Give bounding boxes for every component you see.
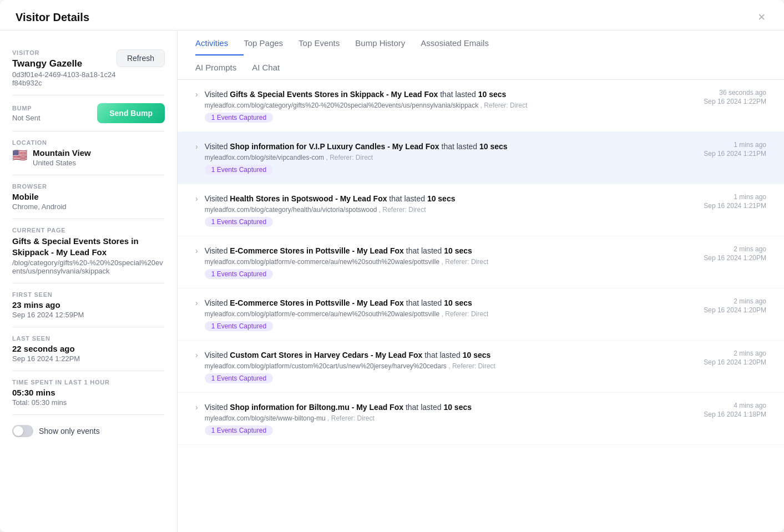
activity-title-bold: Shop information for V.I.P Luxury Candle… — [230, 142, 439, 151]
current-page-url: /blog/category/gifts%20-%20%20special%20… — [12, 259, 165, 275]
visitor-details-modal: Visitor Details × VISITOR Twangy Gazelle… — [0, 0, 784, 532]
time-ago: 2 mins ago — [689, 349, 766, 357]
activity-time: 1 mins ago Sep 16 2024 1:21PM — [689, 141, 766, 158]
activity-content: Visited E-Commerce Stores in Pottsville … — [205, 245, 673, 279]
activity-duration: 10 secs — [479, 142, 508, 151]
time-date: Sep 16 2024 1:22PM — [689, 98, 766, 105]
tab-top-pages[interactable]: Top Pages — [244, 31, 299, 55]
first-seen-ago: 23 mins ago — [12, 300, 165, 310]
events-badge: 1 Events Captured — [205, 269, 273, 279]
visitor-id: 0d3f01e4-2469-4103-8a18-1c24f84b932c — [12, 70, 117, 87]
time-date: Sep 16 2024 1:21PM — [689, 202, 766, 210]
time-spent-value: 05:30 mins — [12, 388, 165, 397]
activity-duration: 10 secs — [427, 194, 456, 203]
time-date: Sep 16 2024 1:20PM — [689, 306, 766, 314]
first-seen-date: Sep 16 2024 12:59PM — [12, 311, 165, 319]
activity-item[interactable]: › Visited E-Commerce Stores in Pottsvill… — [178, 288, 784, 341]
modal-title: Visitor Details — [16, 11, 89, 24]
activity-title-bold: Shop information for Biltong.mu - My Lea… — [230, 403, 403, 412]
activity-url-text: myleadfox.com/blog/platform/e-commerce/a… — [205, 258, 440, 266]
time-spent-total: Total: 05:30 mins — [12, 398, 165, 407]
location-country: United States — [33, 159, 91, 167]
activity-url: myleadfox.com/blog/category/gifts%20-%20… — [205, 102, 673, 109]
chevron-right-icon: › — [195, 298, 198, 307]
refresh-button[interactable]: Refresh — [117, 49, 165, 67]
tabs-row-2: AI PromptsAI Chat — [195, 55, 766, 79]
activity-title-bold: Health Stores in Spotswood - My Lead Fox — [230, 194, 387, 203]
chevron-right-icon: › — [195, 90, 198, 99]
activity-url-text: myleadfox.com/blog/site/www-biltong-mu — [205, 414, 326, 422]
activity-item[interactable]: › Visited Health Stores in Spotswood - M… — [178, 184, 784, 236]
activity-url: myleadfox.com/blog/site/www-biltong-mu ,… — [205, 414, 673, 422]
visitor-info: VISITOR Twangy Gazelle 0d3f01e4-2469-410… — [12, 49, 117, 87]
activity-item[interactable]: › Visited Custom Cart Stores in Harvey C… — [178, 341, 784, 393]
activity-item[interactable]: › Visited Gifts & Special Events Stores … — [178, 80, 784, 132]
bump-label: BUMP — [12, 105, 41, 112]
visitor-section: VISITOR Twangy Gazelle 0d3f01e4-2469-410… — [12, 42, 165, 95]
bump-info: BUMP Not Sent — [12, 105, 41, 122]
activity-url: myleadfox.com/blog/platform/e-commerce/a… — [205, 258, 673, 266]
last-seen-ago: 22 seconds ago — [12, 344, 165, 353]
activity-title-bold: Custom Cart Stores in Harvey Cedars - My… — [230, 351, 422, 359]
browser-detail: Chrome, Android — [12, 202, 165, 211]
activity-referer: Referer: Direct — [383, 206, 426, 214]
tab-ai-prompts[interactable]: AI Prompts — [195, 55, 252, 80]
events-badge: 1 Events Captured — [205, 425, 273, 435]
bump-status: Not Sent — [12, 114, 41, 122]
close-button[interactable]: × — [755, 10, 768, 24]
time-date: Sep 16 2024 1:20PM — [689, 358, 766, 366]
show-events-toggle[interactable] — [12, 425, 33, 437]
chevron-right-icon: › — [195, 142, 198, 151]
activity-referer: Referer: Direct — [331, 414, 375, 422]
activity-content: Visited Health Stores in Spotswood - My … — [205, 193, 673, 227]
tab-activities[interactable]: Activities — [195, 31, 244, 55]
tabs-row-1: ActivitiesTop PagesTop EventsBump Histor… — [195, 31, 766, 55]
activity-item[interactable]: › Visited Shop information for Biltong.m… — [178, 393, 784, 445]
activity-item[interactable]: › Visited Shop information for V.I.P Lux… — [178, 132, 784, 184]
first-seen-section: FIRST SEEN 23 mins ago Sep 16 2024 12:59… — [12, 283, 165, 327]
activity-referer: Referer: Direct — [445, 258, 488, 266]
activity-item[interactable]: › Visited E-Commerce Stores in Pottsvill… — [178, 236, 784, 288]
activity-url: myleadfox.com/blog/platform/custom%20car… — [205, 362, 673, 370]
tab-associated-emails[interactable]: Assosiated Emails — [421, 31, 504, 55]
location-details: Mountain View United States — [33, 148, 91, 167]
activity-url: myleadfox.com/blog/site/vipcandles-com ,… — [205, 154, 673, 161]
activity-url-text: myleadfox.com/blog/category/gifts%20-%20… — [205, 102, 479, 109]
activity-duration: 10 secs — [478, 90, 507, 99]
time-spent-label: TIME SPENT IN LAST 1 HOUR — [12, 379, 165, 386]
activity-duration: 10 secs — [444, 246, 472, 255]
activity-time: 1 mins ago Sep 16 2024 1:21PM — [689, 193, 766, 210]
show-events-label: Show only events — [39, 427, 100, 435]
activity-time: 2 mins ago Sep 16 2024 1:20PM — [689, 349, 766, 366]
activity-url-text: myleadfox.com/blog/site/vipcandles-com — [205, 154, 324, 161]
activity-time: 4 mins ago Sep 16 2024 1:18PM — [689, 402, 766, 418]
activity-title: Visited Shop information for V.I.P Luxur… — [205, 141, 673, 153]
activity-url-text: myleadfox.com/blog/platform/e-commerce/a… — [205, 310, 440, 318]
events-badge: 1 Events Captured — [205, 321, 273, 331]
browser-label: BROWSER — [12, 183, 165, 190]
activity-title: Visited Custom Cart Stores in Harvey Ced… — [205, 349, 673, 361]
activity-duration: 10 secs — [444, 298, 472, 307]
chevron-right-icon: › — [195, 403, 198, 412]
bump-row: BUMP Not Sent Send Bump — [12, 103, 165, 123]
activity-content: Visited Custom Cart Stores in Harvey Ced… — [205, 349, 673, 383]
modal-body: VISITOR Twangy Gazelle 0d3f01e4-2469-410… — [0, 31, 784, 532]
activity-title-bold: E-Commerce Stores in Pottsville - My Lea… — [230, 246, 404, 255]
activity-content: Visited Shop information for Biltong.mu … — [205, 402, 673, 435]
activity-url-text: myleadfox.com/blog/platform/custom%20car… — [205, 362, 447, 370]
activity-title-bold: Gifts & Special Events Stores in Skippac… — [230, 90, 438, 99]
activity-content: Visited Gifts & Special Events Stores in… — [205, 89, 673, 123]
first-seen-label: FIRST SEEN — [12, 291, 165, 298]
activity-title: Visited Health Stores in Spotswood - My … — [205, 193, 673, 205]
flag-icon: 🇺🇸 — [12, 149, 27, 161]
activity-url-text: myleadfox.com/blog/category/health/au/vi… — [205, 206, 377, 214]
last-seen-section: LAST SEEN 22 seconds ago Sep 16 2024 1:2… — [12, 327, 165, 371]
tab-bump-history[interactable]: Bump History — [355, 31, 421, 55]
tab-ai-chat[interactable]: AI Chat — [252, 55, 295, 80]
time-date: Sep 16 2024 1:21PM — [689, 150, 766, 158]
visitor-header: VISITOR Twangy Gazelle 0d3f01e4-2469-410… — [12, 49, 165, 87]
time-date: Sep 16 2024 1:18PM — [689, 411, 766, 418]
send-bump-button[interactable]: Send Bump — [97, 103, 165, 123]
tab-top-events[interactable]: Top Events — [299, 31, 355, 55]
activity-referer: Referer: Direct — [484, 102, 527, 109]
